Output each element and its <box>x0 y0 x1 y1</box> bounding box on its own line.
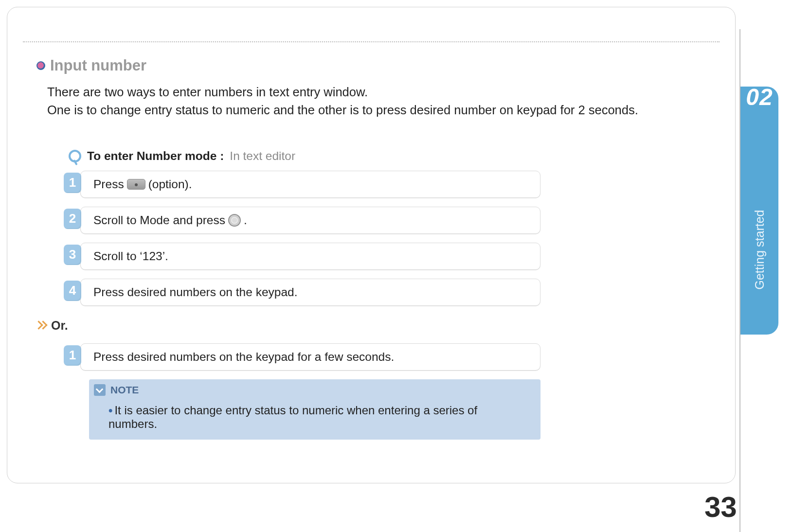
page-number: 33 <box>704 490 737 524</box>
mode-label: To enter Number mode : <box>87 149 224 163</box>
section-heading: Input number <box>36 57 706 74</box>
step-row: 1Press (option). <box>66 171 541 198</box>
step-text: Scroll to ‘123’. <box>93 249 168 263</box>
step-number-badge: 1 <box>64 345 81 366</box>
page-frame: Input number There are two ways to enter… <box>7 7 736 483</box>
step-text: Scroll to Mode and press <box>93 213 225 227</box>
heading-bullet-icon <box>36 61 45 70</box>
step-box: Scroll to Mode and press . <box>80 207 541 234</box>
step-row: 3Scroll to ‘123’. <box>66 243 541 270</box>
intro-line-1: There are two ways to enter numbers in t… <box>47 83 706 101</box>
step-row: 4Press desired numbers on the keypad. <box>66 279 541 306</box>
intro-line-2: One is to change entry status to numeric… <box>47 101 706 119</box>
heading-title: Input number <box>50 57 146 74</box>
note-body: •It is easier to change entry status to … <box>89 401 541 431</box>
step-text: Press desired numbers on the keypad for … <box>93 350 394 364</box>
mode-heading: To enter Number mode : In text editor <box>69 149 541 163</box>
step-text: Press desired numbers on the keypad. <box>93 285 297 299</box>
arrow-down-right-icon <box>94 384 106 396</box>
divider-rule <box>23 41 720 42</box>
note-bullet-icon: • <box>108 404 112 417</box>
step-text: (option). <box>148 177 192 191</box>
or-divider: Or. <box>36 319 541 333</box>
content-area: Input number There are two ways to enter… <box>36 57 706 440</box>
chapter-number: 02 <box>740 84 778 110</box>
step-number-badge: 1 <box>64 173 81 193</box>
note-text: It is easier to change entry status to n… <box>108 404 477 430</box>
magnifier-icon <box>69 150 81 162</box>
intro-text: There are two ways to enter numbers in t… <box>47 83 706 119</box>
note-box: NOTE •It is easier to change entry statu… <box>89 379 541 440</box>
chevron-right-icon <box>36 320 47 331</box>
step-number-badge: 3 <box>64 245 81 265</box>
nav-key-icon <box>228 214 241 227</box>
mode-context: In text editor <box>230 149 295 163</box>
chapter-label: Getting started <box>753 210 767 290</box>
steps-a-list: 1Press (option).2Scroll to Mode and pres… <box>66 171 541 306</box>
step-number-badge: 4 <box>64 281 81 301</box>
step-number-badge: 2 <box>64 209 81 229</box>
step-row: 1Press desired numbers on the keypad for… <box>66 343 541 371</box>
step-box: Scroll to ‘123’. <box>80 243 541 270</box>
step-row: 2Scroll to Mode and press . <box>66 207 541 234</box>
step-box: Press desired numbers on the keypad for … <box>80 343 541 371</box>
chapter-tab: 02 Getting started <box>740 87 778 335</box>
note-heading: NOTE <box>89 379 541 401</box>
softkey-icon <box>127 179 145 190</box>
or-label: Or. <box>51 319 68 333</box>
step-box: Press (option). <box>80 171 541 198</box>
note-title: NOTE <box>110 384 139 396</box>
step-text: Press <box>93 177 124 191</box>
steps-block: To enter Number mode : In text editor 1P… <box>66 149 541 440</box>
steps-b-list: 1Press desired numbers on the keypad for… <box>66 343 541 371</box>
step-box: Press desired numbers on the keypad. <box>80 279 541 306</box>
step-text: . <box>244 213 247 227</box>
